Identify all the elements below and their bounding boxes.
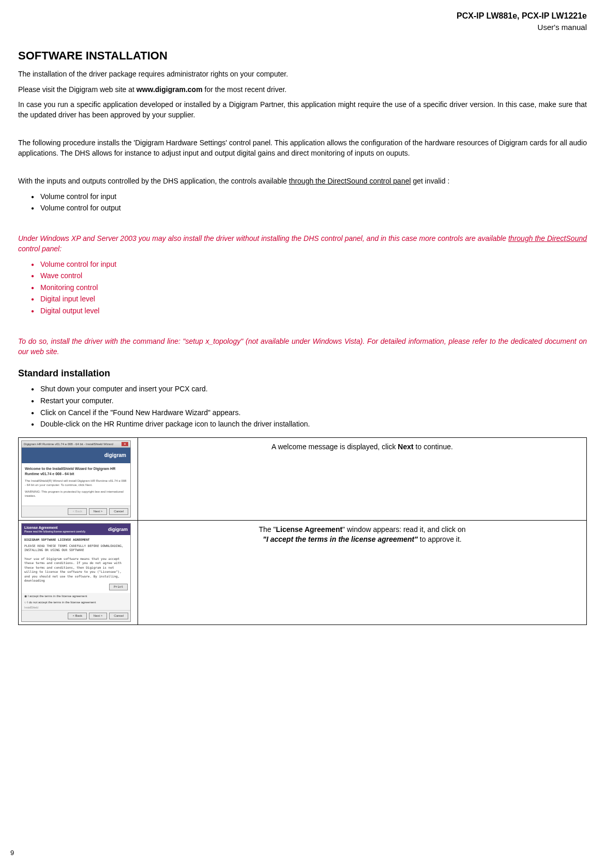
list-item: Restart your computer. <box>31 396 587 406</box>
list-item: Wave control <box>31 271 587 281</box>
list-item: Digital output level <box>31 306 587 316</box>
header-subtitle: User's manual <box>18 22 587 33</box>
screenshot-cell: License Agreement Please read the follow… <box>19 520 138 625</box>
wizard-body: Welcome to the InstallShield Wizard for … <box>22 463 130 506</box>
table-row: License Agreement Please read the follow… <box>19 520 587 625</box>
print-button: Print <box>109 584 128 590</box>
digigram-logo: digigram <box>108 526 128 533</box>
back-button: < Back <box>68 613 87 619</box>
installer-window: Digigram HR Runtime v01.74 e 008 - 64 bi… <box>21 440 131 517</box>
heading-software-installation: SOFTWARE INSTALLATION <box>18 48 587 64</box>
page-header: PCX-IP LW881e, PCX-IP LW1221e User's man… <box>18 10 587 33</box>
header-title: PCX-IP LW881e, PCX-IP LW1221e <box>18 10 587 22</box>
paragraph-note: To do so, install the driver with the co… <box>18 337 587 357</box>
list-item: Shut down your computer and insert your … <box>31 384 587 394</box>
paragraph-note: Under Windows XP and Server 2003 you may… <box>18 234 587 254</box>
heading-standard-installation: Standard installation <box>18 367 587 380</box>
list-item: Volume control for output <box>31 203 587 214</box>
bullet-list: Volume control for input Volume control … <box>18 192 587 214</box>
bullet-list: Volume control for input Wave control Mo… <box>18 260 587 316</box>
description-cell: The "License Agreement" window appears: … <box>138 520 587 625</box>
wizard-footer: < Back Next > Cancel <box>22 610 130 621</box>
cancel-button: Cancel <box>109 508 128 514</box>
list-item: Volume control for input <box>31 260 587 270</box>
table-row: Digigram HR Runtime v01.74 e 008 - 64 bi… <box>19 437 587 520</box>
paragraph: The following procedure installs the 'Di… <box>18 138 587 158</box>
list-item: Click on Cancel if the "Found New Hardwa… <box>31 408 587 418</box>
radio-accept: ◉ I accept the terms in the license agre… <box>22 593 130 599</box>
close-icon: ✕ <box>122 442 128 446</box>
paragraph: In case you run a specific application d… <box>18 100 587 120</box>
next-button: Next > <box>89 508 108 514</box>
wizard-footer: < Back Next > Cancel <box>22 506 130 516</box>
list-item: Monitoring control <box>31 283 587 293</box>
bullet-list: Shut down your computer and insert your … <box>18 384 587 429</box>
wizard-banner: digigram <box>22 448 130 463</box>
window-titlebar: Digigram HR Runtime v01.74 e 008 - 64 bi… <box>22 441 130 448</box>
license-text: DIGIGRAM SOFTWARE LICENSE AGREEMENT PLEA… <box>22 535 130 592</box>
installation-table: Digigram HR Runtime v01.74 e 008 - 64 bi… <box>18 437 587 625</box>
screenshot-cell: Digigram HR Runtime v01.74 e 008 - 64 bi… <box>19 437 138 520</box>
installer-window: License Agreement Please read the follow… <box>21 523 131 622</box>
list-item: Volume control for input <box>31 192 587 202</box>
link-text: www.digigram.com <box>137 85 203 94</box>
paragraph: The installation of the driver package r… <box>18 69 587 80</box>
back-button: < Back <box>68 508 87 514</box>
list-item: Digital input level <box>31 294 587 304</box>
paragraph: Please visit the Digigram web site at ww… <box>18 85 587 95</box>
description-cell: A welcome message is displayed, click Ne… <box>138 437 587 520</box>
paragraph: With the inputs and outputs controlled b… <box>18 176 587 187</box>
license-header: License Agreement Please read the follow… <box>22 524 130 536</box>
list-item: Double-click on the HR Runtime driver pa… <box>31 419 587 430</box>
next-button: Next > <box>89 613 108 619</box>
radio-decline: ○ I do not accept the terms in the licen… <box>22 599 130 605</box>
cancel-button: Cancel <box>109 613 128 619</box>
